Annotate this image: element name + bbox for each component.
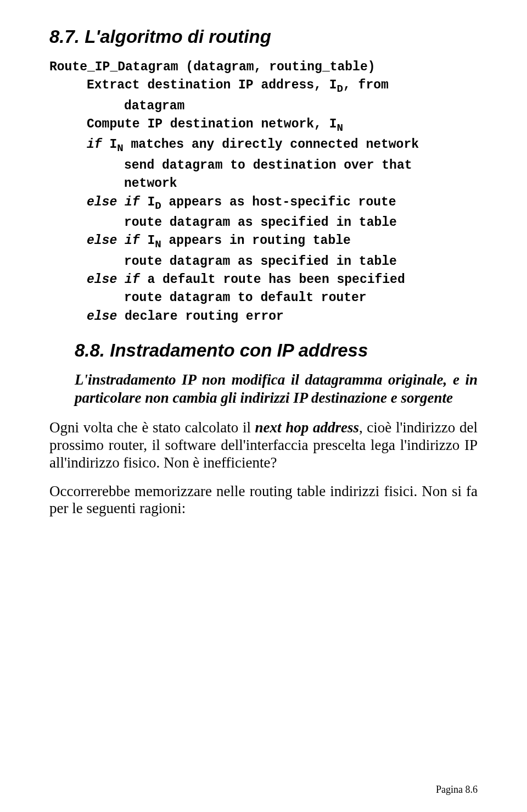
- code-line: else if a default route has been specifi…: [49, 271, 405, 289]
- code-line: Compute IP destination network, IN: [49, 115, 343, 136]
- code-line: Extract destination IP address, ID, from: [49, 76, 389, 97]
- body-paragraph: Occorrerebbe memorizzare nelle routing t…: [49, 483, 478, 518]
- pseudocode-block: Route_IP_Datagram (datagram, routing_tab…: [49, 58, 478, 326]
- code-line: network: [49, 175, 177, 193]
- code-line: datagram: [49, 97, 184, 115]
- code-line: else declare routing error: [49, 308, 284, 326]
- section-heading-routing-algorithm: 8.7. L'algoritmo di routing: [49, 26, 478, 47]
- page-footer: Pagina 8.6: [436, 784, 478, 796]
- code-line: else if ID appears as host-specific rout…: [49, 193, 396, 214]
- code-line: route datagram as specified in table: [49, 253, 397, 271]
- section-heading-ip-routing: 8.8. Instradamento con IP address: [75, 340, 478, 361]
- code-line: else if IN appears in routing table: [49, 232, 351, 252]
- term-next-hop: next hop address: [255, 419, 359, 436]
- document-page: 8.7. L'algoritmo di routing Route_IP_Dat…: [0, 0, 527, 812]
- emphasized-paragraph: L'instradamento IP non modifica il datag…: [75, 371, 478, 407]
- code-line: Route_IP_Datagram (datagram, routing_tab…: [49, 60, 375, 74]
- body-paragraph: Ogni volta che è stato calcolato il next…: [49, 419, 478, 472]
- code-line: if IN matches any directly connected net…: [49, 136, 419, 156]
- code-line: route datagram to default router: [49, 289, 367, 307]
- code-line: route datagram as specified in table: [49, 214, 397, 232]
- code-line: send datagram to destination over that: [49, 157, 412, 175]
